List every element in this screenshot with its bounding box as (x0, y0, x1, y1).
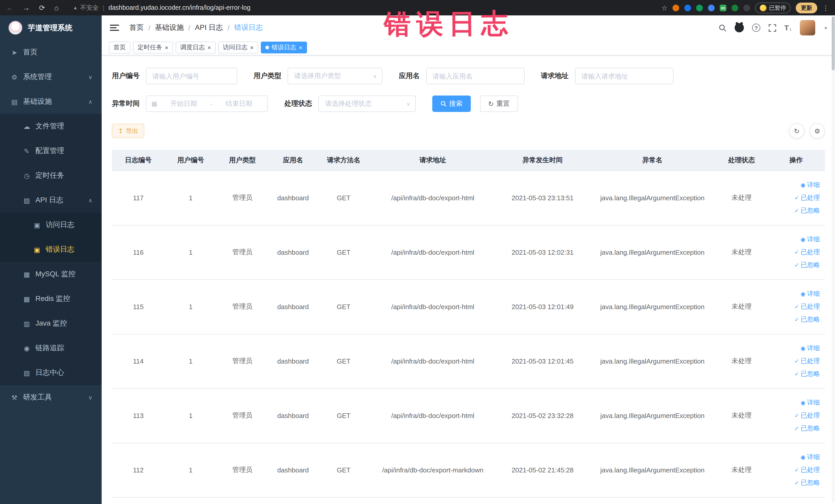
font-size-icon[interactable]: T ↕ (785, 24, 792, 32)
mark-ignored-link[interactable]: ✓已忽略 (769, 313, 820, 326)
sidebar-item-file-mgmt[interactable]: ☁ 文件管理 (0, 114, 102, 139)
sidebar-item-java-monitor[interactable]: ▥ Java 监控 (0, 311, 102, 336)
detail-link[interactable]: ◉详细 (769, 396, 820, 409)
sidebar-item-home[interactable]: ➤ 首页 (0, 40, 102, 65)
extension-icon[interactable] (696, 4, 703, 11)
cell-log-id: 117 (112, 170, 165, 225)
cell-app: dashboard (268, 334, 318, 388)
app-name-input[interactable] (426, 68, 524, 84)
sidebar-item-log-center[interactable]: ▧ 日志中心 (0, 361, 102, 385)
sidebar: 芋道管理系统 ➤ 首页 ⚙ 系统管理 ∨ ▤ 基础设施 ∧ (0, 15, 102, 504)
github-icon[interactable] (735, 23, 744, 32)
extension-icon[interactable] (684, 4, 691, 11)
extension-icon[interactable] (744, 4, 750, 11)
mark-ignored-link[interactable]: ✓已忽略 (769, 259, 820, 271)
refresh-button[interactable]: ↻ (789, 123, 805, 139)
tab-home[interactable]: 首页 (109, 42, 130, 54)
mark-processed-link[interactable]: ✓已处理 (769, 355, 820, 367)
extension-icon[interactable] (673, 4, 679, 11)
detail-link[interactable]: ◉详细 (769, 287, 820, 300)
address-bar[interactable]: ▲ 不安全 | dashboard.yudao.iocoder.cn/infra… (73, 3, 661, 12)
search-icon[interactable] (719, 24, 727, 32)
home-icon[interactable]: ⌂ (54, 4, 59, 12)
detail-link[interactable]: ◉详细 (769, 450, 820, 463)
sidebar-item-api-logs[interactable]: ▨ API 日志 ∧ (0, 188, 102, 213)
update-button[interactable]: 更新 (796, 2, 817, 13)
cell-user-type: 管理员 (217, 170, 268, 225)
sidebar-item-tracing[interactable]: ◉ 链路追踪 (0, 336, 102, 361)
extension-icon[interactable] (732, 4, 738, 11)
sidebar-item-redis-monitor[interactable]: ▩ Redis 监控 (0, 286, 102, 311)
chevron-down-icon[interactable]: ▾ (824, 25, 827, 31)
table-row: 116 1 管理员 dashboard GET /api/infra/db-do… (112, 225, 825, 279)
cell-method: GET (318, 279, 369, 334)
sidebar-item-system-mgmt[interactable]: ⚙ 系统管理 ∨ (0, 65, 102, 89)
action-label: 详细 (807, 181, 820, 189)
mark-ignored-link[interactable]: ✓已忽略 (769, 422, 820, 435)
mark-processed-link[interactable]: ✓已处理 (769, 409, 820, 422)
detail-link[interactable]: ◉详细 (769, 233, 820, 246)
bookmark-star-icon[interactable]: ☆ (661, 4, 667, 12)
search-button[interactable]: 搜索 (432, 96, 471, 112)
breadcrumb-item[interactable]: 首页 (129, 23, 144, 32)
breadcrumb-item[interactable]: API 日志 (195, 23, 223, 32)
sidebar-item-dev-tools[interactable]: ⚒ 研发工具 ∨ (0, 385, 102, 410)
browser-menu-icon[interactable]: ⋮ (822, 4, 829, 12)
close-icon[interactable]: × (165, 44, 168, 51)
fullscreen-icon[interactable] (769, 24, 776, 32)
process-status-select[interactable]: 请选择处理状态 ∨ (318, 96, 416, 112)
user-id-input[interactable] (146, 68, 237, 84)
sidebar-item-config-mgmt[interactable]: ✎ 配置管理 (0, 139, 102, 163)
extension-icon[interactable]: on (720, 4, 727, 11)
hamburger-icon[interactable] (110, 25, 119, 31)
column-header: 请求方法名 (318, 150, 369, 170)
java-icon: ▥ (23, 320, 31, 327)
reload-icon[interactable]: ⟳ (39, 4, 45, 12)
doc-icon: ▣ (33, 221, 41, 229)
sidebar-item-access-log[interactable]: ▣ 访问日志 (0, 213, 102, 237)
app-logo[interactable]: 芋道管理系统 (0, 15, 102, 40)
sidebar-item-scheduled-jobs[interactable]: ◷ 定时任务 (0, 163, 102, 188)
forward-icon[interactable]: → (23, 4, 30, 12)
close-icon[interactable]: × (299, 44, 302, 51)
cell-user-id: 1 (165, 279, 217, 334)
detail-link[interactable]: ◉详细 (769, 178, 820, 191)
close-icon[interactable]: × (250, 44, 253, 51)
back-icon[interactable]: ← (6, 4, 13, 12)
mark-processed-link[interactable]: ✓已处理 (769, 463, 820, 476)
request-url-input[interactable] (575, 68, 673, 84)
column-settings-button[interactable]: ⚙ (810, 123, 825, 139)
date-range-picker[interactable]: ▦ 开始日期 - 结束日期 (146, 96, 268, 112)
breadcrumb-item[interactable]: 基础设施 (155, 23, 184, 32)
eye-icon: ◉ (801, 290, 806, 297)
export-button[interactable]: ↥ 导出 (112, 124, 144, 138)
mark-processed-link[interactable]: ✓已处理 (769, 191, 820, 204)
action-label: 已忽略 (801, 424, 820, 432)
help-icon[interactable]: ? (752, 24, 760, 32)
security-indicator[interactable]: ▲ 不安全 (73, 3, 99, 12)
user-type-select[interactable]: 请选择用户类型 ∨ (287, 68, 383, 84)
extension-icon[interactable] (708, 4, 715, 11)
tab-scheduled-jobs[interactable]: 定时任务 × (133, 42, 173, 54)
export-button-label: 导出 (126, 126, 138, 135)
close-icon[interactable]: × (207, 44, 211, 51)
tab-dispatch-log[interactable]: 调度日志 × (176, 42, 216, 54)
mark-ignored-link[interactable]: ✓已忽略 (769, 204, 820, 217)
check-icon: ✓ (794, 370, 799, 377)
detail-link[interactable]: ◉详细 (769, 342, 820, 355)
tab-error-log[interactable]: 错误日志 × (261, 42, 307, 54)
scrollbar-thumb[interactable] (832, 16, 835, 70)
reset-button[interactable]: ↻ 重置 (480, 96, 518, 112)
action-label: 已处理 (801, 357, 820, 365)
mark-ignored-link[interactable]: ✓已忽略 (769, 476, 820, 489)
url-text[interactable]: dashboard.yudao.iocoder.cn/infra/log/api… (108, 4, 250, 11)
sidebar-item-mysql-monitor[interactable]: ▦ MySQL 监控 (0, 262, 102, 286)
sidebar-item-infrastructure[interactable]: ▤ 基础设施 ∧ (0, 89, 102, 114)
avatar[interactable] (800, 20, 815, 36)
mark-ignored-link[interactable]: ✓已忽略 (769, 367, 820, 380)
mark-processed-link[interactable]: ✓已处理 (769, 300, 820, 313)
profile-paused-badge[interactable]: 已暂停 (755, 2, 791, 13)
mark-processed-link[interactable]: ✓已处理 (769, 246, 820, 259)
tab-access-log[interactable]: 访问日志 × (218, 42, 258, 54)
sidebar-item-error-log[interactable]: ▣ 错误日志 (0, 237, 102, 262)
